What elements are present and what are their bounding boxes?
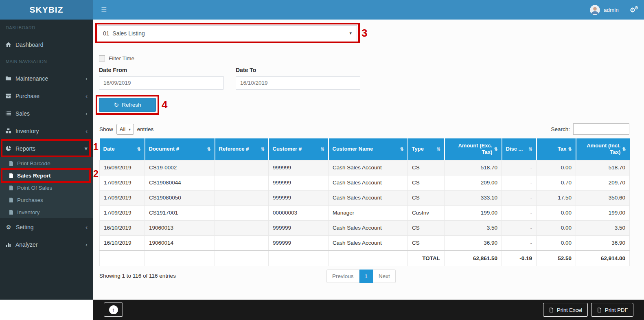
column-header-date[interactable]: Date⇅ (100, 138, 145, 160)
cell-amount-exc: 199.00 (445, 205, 502, 220)
column-header-amount-exc-tax[interactable]: Amount (Exc. Tax)⇅ (445, 138, 502, 160)
column-header-amount-incl-tax[interactable]: Amount (Incl. Tax)⇅ (576, 138, 630, 160)
column-header-type[interactable]: Type⇅ (408, 138, 445, 160)
scroll-to-top-button[interactable]: ↑ (104, 302, 123, 317)
cell-amount-exc: 333.10 (445, 190, 502, 205)
search-label: Search: (551, 126, 570, 132)
sidebar-item-setting[interactable]: ⚙ Setting ‹ (0, 218, 93, 236)
cell-type: CS (408, 160, 445, 175)
cell-document: CS19080044 (145, 175, 215, 190)
sidebar-item-label: Reports (15, 145, 35, 152)
date-from-label: Date From (99, 67, 127, 73)
show-label: Show (99, 126, 113, 132)
main-content: 01 Sales Listing ▾ Filter Time Date From… (93, 20, 644, 300)
submenu-item-inventory[interactable]: Inventory (0, 206, 93, 218)
table-row: 16/10/2019 19060014 999999 Cash Sales Ac… (100, 235, 630, 250)
next-page-button[interactable]: Next (373, 270, 396, 283)
total-empty-cell (100, 250, 145, 266)
home-icon (5, 42, 11, 48)
sidebar-item-maintenance[interactable]: Maintenance ‹ (0, 70, 93, 87)
username-label: admin (604, 7, 619, 13)
report-type-value: 01 Sales Listing (103, 30, 145, 37)
avatar[interactable] (590, 5, 600, 15)
total-label: TOTAL (408, 250, 445, 266)
total-empty-cell (215, 250, 269, 266)
submenu-item-point-of-sales[interactable]: Point Of Sales (0, 182, 93, 194)
sidebar-item-inventory[interactable]: Inventory ‹ (0, 122, 93, 140)
cell-type: CusInv (408, 205, 445, 220)
cell-customer-number: 999999 (269, 235, 329, 250)
cell-customer-number: 999999 (269, 190, 329, 205)
submenu-item-sales-report[interactable]: Sales Report (0, 169, 93, 182)
cell-reference (215, 175, 269, 190)
column-header-reference[interactable]: Reference #⇅ (215, 138, 269, 160)
user-menu[interactable]: admin ⚙ ⚙ (590, 5, 638, 15)
gear-small-icon: ⚙ (634, 5, 638, 11)
print-pdf-button[interactable]: Print PDF (591, 303, 633, 317)
brand-logo[interactable]: SKYBIZ (0, 0, 93, 20)
submenu-item-label: Print Barcode (17, 160, 50, 167)
print-excel-button[interactable]: Print Excel (543, 303, 588, 317)
caret-down-icon: ▾ (349, 31, 352, 36)
cell-tax: 0.00 (537, 220, 576, 235)
filter-time-label: Filter Time (109, 55, 134, 61)
cell-customer-name: Cash Sales Account (329, 220, 408, 235)
cell-reference (215, 160, 269, 175)
cell-document: 19060014 (145, 235, 215, 250)
column-header-document[interactable]: Document #⇅ (145, 138, 215, 160)
total-empty-cell (269, 250, 329, 266)
submenu-item-print-barcode[interactable]: Print Barcode (0, 157, 93, 169)
cell-amount-incl: 3.50 (576, 220, 630, 235)
date-from-input[interactable] (99, 76, 223, 90)
refresh-button[interactable]: ↻ Refresh (99, 98, 156, 112)
top-bar: SKYBIZ ☰ admin ⚙ ⚙ (0, 0, 644, 20)
sort-icon: ⇅ (207, 147, 210, 152)
cell-tax: 0.00 (537, 205, 576, 220)
column-header-tax[interactable]: Tax⇅ (537, 138, 576, 160)
cell-document: CS19080050 (145, 190, 215, 205)
cell-reference (215, 190, 269, 205)
hamburger-icon[interactable]: ☰ (99, 5, 109, 15)
sidebar-item-label: Analyzer (15, 241, 37, 248)
cell-customer-number: 999999 (269, 175, 329, 190)
cell-customer-number: 999999 (269, 160, 329, 175)
sidebar-item-label: Inventory (15, 128, 39, 134)
filter-time-group: Filter Time (99, 55, 134, 61)
submenu-item-label: Point Of Sales (17, 185, 52, 191)
cell-customer-name: Cash Sales Account (329, 190, 408, 205)
sort-icon: ⇅ (568, 147, 572, 152)
previous-page-button[interactable]: Previous (326, 270, 359, 283)
cell-customer-number: 00000003 (269, 205, 329, 220)
sidebar-item-sales[interactable]: Sales ‹ (0, 105, 93, 122)
sidebar-item-reports[interactable]: Reports ▾ (0, 140, 93, 157)
submenu-item-label: Inventory (17, 209, 40, 215)
cell-document: 19060013 (145, 220, 215, 235)
print-excel-label: Print Excel (557, 307, 582, 313)
gear-icon: ⚙ (5, 224, 12, 230)
report-type-select[interactable]: 01 Sales Listing ▾ (98, 25, 357, 41)
date-to-input[interactable] (236, 76, 360, 90)
cell-tax: 0.00 (537, 235, 576, 250)
settings-cogs-icon[interactable]: ⚙ ⚙ (630, 6, 638, 14)
cell-amount-exc: 3.50 (445, 220, 502, 235)
caret-down-icon: ▾ (129, 127, 131, 132)
entries-count-select[interactable]: All ▾ (116, 124, 134, 135)
search-input[interactable] (573, 123, 629, 135)
filter-time-checkbox[interactable] (99, 55, 105, 61)
table-total-row: TOTAL 62,861.50 -0.19 52.50 62,914.00 (100, 250, 630, 266)
cell-date: 17/09/2019 (100, 190, 145, 205)
sidebar-item-analyzer[interactable]: Analyzer ‹ (0, 236, 93, 253)
total-amount-exc: 62,861.50 (445, 250, 502, 266)
cell-customer-name: Manager (329, 205, 408, 220)
top-nav: ☰ admin ⚙ ⚙ (93, 0, 644, 20)
submenu-item-purchases[interactable]: Purchases (0, 194, 93, 206)
sidebar-section-main: MAIN NAVIGATION (0, 53, 93, 70)
column-header-disc[interactable]: Disc ...⇅ (502, 138, 537, 160)
page-number-button[interactable]: 1 (359, 270, 374, 283)
sort-icon: ⇅ (622, 147, 626, 152)
column-header-customer-name[interactable]: Customer Name⇅ (329, 138, 408, 160)
pagination: Previous 1 Next (326, 270, 396, 283)
sidebar-item-dashboard[interactable]: Dashboard (0, 36, 93, 53)
sidebar-item-purchase[interactable]: Purchase ‹ (0, 87, 93, 105)
column-header-customer-number[interactable]: Customer #⇅ (269, 138, 329, 160)
